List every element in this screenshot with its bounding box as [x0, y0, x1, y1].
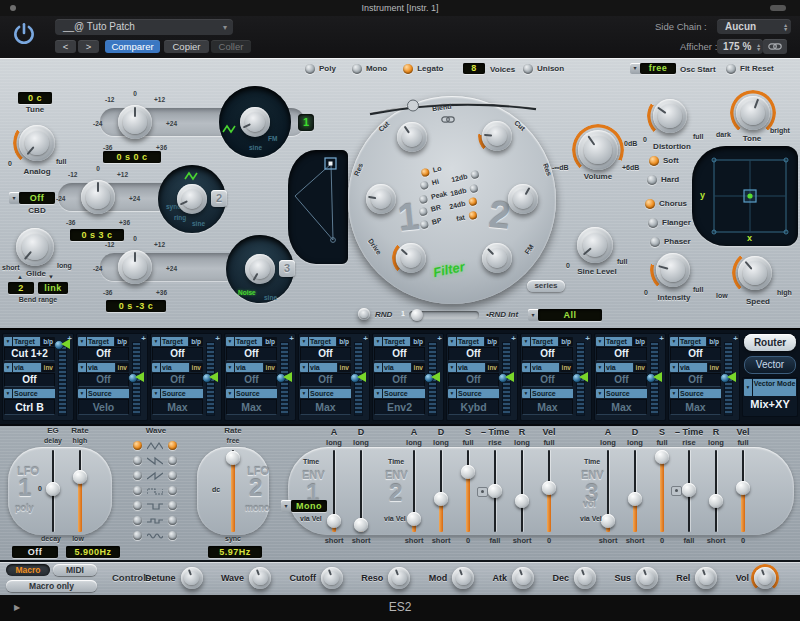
via-value[interactable]: Off	[226, 373, 277, 387]
source-header[interactable]: Source	[531, 389, 573, 398]
target-header[interactable]: Target	[605, 337, 632, 346]
env-slider-handle[interactable]	[628, 492, 642, 506]
osc1-pitch-lcd[interactable]: 0 s 0 c	[103, 151, 161, 163]
source-header[interactable]: Source	[161, 389, 203, 398]
via-value[interactable]: Off	[374, 373, 425, 387]
paste-button[interactable]: Coller	[211, 40, 251, 53]
macro-knob[interactable]	[754, 567, 776, 589]
amount-slider[interactable]: +	[426, 338, 441, 416]
env-slider-handle[interactable]	[354, 518, 368, 532]
env-slider[interactable]	[354, 450, 368, 532]
poly-radio[interactable]	[305, 64, 315, 74]
target-value[interactable]: Off	[596, 347, 647, 361]
env-slider-handle[interactable]	[461, 465, 475, 479]
env-slider-handle[interactable]	[601, 514, 615, 528]
env-slider-handle[interactable]	[407, 512, 421, 526]
slope-24db-radio[interactable]	[468, 196, 478, 206]
osc2-pitch-knob[interactable]	[81, 180, 115, 214]
amount-slider[interactable]: +	[130, 338, 145, 416]
fat-radio[interactable]	[468, 210, 478, 220]
via-header[interactable]: via	[161, 363, 189, 372]
macro-tab[interactable]: Macro	[6, 564, 50, 576]
bend-link-lcd[interactable]: link	[38, 282, 68, 294]
compare-button[interactable]: Comparer	[105, 40, 160, 53]
macro-knob[interactable]	[512, 567, 534, 589]
via-value[interactable]: Off	[152, 373, 203, 387]
via-value[interactable]: Off	[522, 373, 573, 387]
osc1-wave-knob[interactable]	[240, 107, 270, 137]
via-dropdown-arrow-icon[interactable]: ▾	[448, 363, 456, 372]
target-dropdown-arrow-icon[interactable]: ▾	[226, 337, 234, 346]
macro-knob[interactable]	[636, 567, 658, 589]
target-value[interactable]: Off	[448, 347, 499, 361]
chorus-radio[interactable]	[645, 199, 655, 209]
bypass-toggle[interactable]: b/p	[707, 337, 721, 346]
env-slider[interactable]	[461, 450, 475, 532]
via-dropdown-arrow-icon[interactable]: ▾	[78, 363, 86, 372]
bypass-toggle[interactable]: b/p	[41, 337, 55, 346]
target-dropdown-arrow-icon[interactable]: ▾	[522, 337, 530, 346]
source-value[interactable]: Env2	[374, 399, 425, 415]
xy-pad[interactable]	[692, 146, 798, 246]
amount-slider-handle[interactable]	[209, 372, 218, 382]
amount-slider-handle[interactable]	[727, 372, 736, 382]
source-value[interactable]: Kybd	[448, 399, 499, 415]
invert-toggle[interactable]: inv	[42, 363, 55, 372]
window-dot-icon[interactable]	[10, 5, 16, 11]
via-header[interactable]: via	[457, 363, 485, 372]
macro-knob[interactable]	[452, 567, 474, 589]
target-dropdown-arrow-icon[interactable]: ▾	[300, 337, 308, 346]
bypass-toggle[interactable]: b/p	[115, 337, 129, 346]
target-header[interactable]: Target	[235, 337, 262, 346]
invert-toggle[interactable]: inv	[560, 363, 573, 372]
cbd-lcd[interactable]: Off	[19, 192, 55, 204]
amount-slider-handle[interactable]	[431, 372, 440, 382]
router-tab[interactable]: Router	[744, 334, 796, 351]
invert-toggle[interactable]: inv	[116, 363, 129, 372]
vector-mode-dropdown-arrow-icon[interactable]: ▾	[744, 379, 752, 396]
target-header[interactable]: Target	[383, 337, 410, 346]
target-value[interactable]: Off	[374, 347, 425, 361]
source-header[interactable]: Source	[457, 389, 499, 398]
via-dropdown-arrow-icon[interactable]: ▾	[522, 363, 530, 372]
bend-up-icon[interactable]: ▲	[17, 274, 23, 280]
osc-start-dropdown-arrow[interactable]: ▾	[630, 63, 640, 74]
voices-lcd[interactable]: 8	[463, 63, 485, 74]
env-slider-handle[interactable]	[488, 484, 502, 498]
via-header[interactable]: via	[309, 363, 337, 372]
source-dropdown-arrow-icon[interactable]: ▾	[374, 389, 382, 398]
osc-mix-triangle[interactable]	[288, 150, 348, 264]
target-value[interactable]: Off	[226, 347, 277, 361]
invert-toggle[interactable]: inv	[412, 363, 425, 372]
window-pill-icon[interactable]	[770, 5, 786, 11]
preset-dropdown[interactable]: __@ Tuto Patch ▾	[55, 19, 233, 35]
hard-radio[interactable]	[647, 175, 657, 185]
osc3-pitch-knob[interactable]	[118, 250, 152, 284]
bypass-toggle[interactable]: b/p	[559, 337, 573, 346]
slope-12db-radio[interactable]	[470, 169, 480, 179]
amount-slider-handle[interactable]	[135, 372, 144, 382]
source-dropdown-arrow-icon[interactable]: ▾	[226, 389, 234, 398]
via-dropdown-arrow-icon[interactable]: ▾	[374, 363, 382, 372]
source-value[interactable]: Max	[152, 399, 203, 415]
side-chain-select[interactable]: Aucun ▴▾	[717, 19, 791, 34]
amount-slider-handle[interactable]	[505, 372, 514, 382]
amount-slider[interactable]: +	[56, 338, 71, 416]
osc1-pitch-knob[interactable]	[118, 105, 152, 139]
power-button[interactable]	[11, 21, 37, 47]
target-value[interactable]: Off	[522, 347, 573, 361]
source-value[interactable]: Ctrl B	[4, 399, 55, 415]
rnd-slider-handle[interactable]	[411, 309, 423, 321]
via-value[interactable]: Off	[78, 373, 129, 387]
target-dropdown-arrow-icon[interactable]: ▾	[152, 337, 160, 346]
target-header[interactable]: Target	[309, 337, 336, 346]
filter1-cutoff-knob[interactable]	[397, 122, 427, 152]
source-dropdown-arrow-icon[interactable]: ▾	[78, 389, 86, 398]
lfo1-rate-lcd[interactable]: 5.900Hz	[66, 546, 120, 558]
source-dropdown-arrow-icon[interactable]: ▾	[596, 389, 604, 398]
via-value[interactable]: Off	[448, 373, 499, 387]
macro-knob[interactable]	[388, 567, 410, 589]
sine-level-knob[interactable]	[577, 227, 613, 263]
bp-radio[interactable]	[419, 219, 429, 229]
env-slider[interactable]	[655, 450, 669, 532]
